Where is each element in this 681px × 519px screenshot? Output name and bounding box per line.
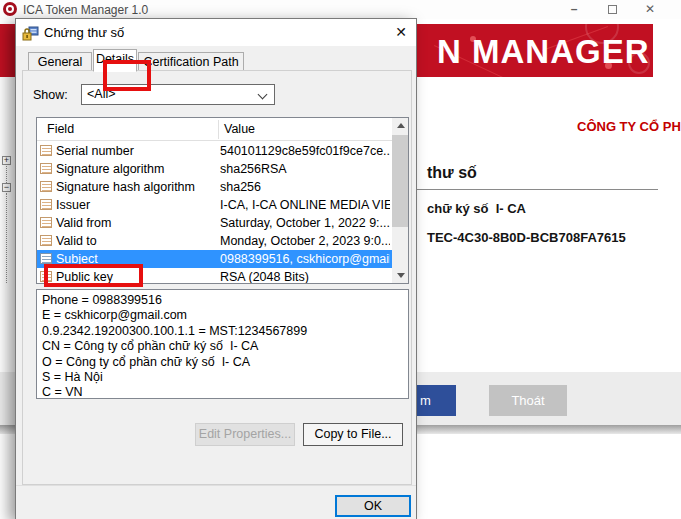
section-separator (417, 189, 658, 190)
field-value: I-CA, I-CA ONLINE MEDIA VIE... (220, 198, 390, 212)
list-scrollbar[interactable] (392, 118, 408, 283)
app-titlebar: ICA Token Manager 1.0 – ✕ (0, 0, 681, 19)
tree-collapse-node[interactable]: − (2, 183, 11, 192)
field-name: Valid to (56, 234, 97, 248)
field-value: 0988399516, cskhicorp@gmail... (220, 252, 390, 266)
copy-to-file-button[interactable]: Copy to File... (303, 423, 403, 446)
column-divider (218, 120, 219, 139)
annotation-box-subject-field (44, 264, 143, 287)
field-value: sha256RSA (220, 162, 390, 176)
maximize-icon (608, 5, 617, 14)
table-row[interactable]: Valid from Saturday, October 1, 2022 9:.… (37, 214, 393, 232)
scroll-up-arrow-icon[interactable] (392, 118, 408, 134)
tab-certification-path[interactable]: Certification Path (138, 52, 244, 71)
certificate-icon (22, 24, 40, 41)
field-icon (40, 199, 52, 210)
field-name: Issuer (56, 198, 90, 212)
table-row[interactable]: Valid to Monday, October 2, 2023 9:0... (37, 232, 393, 250)
column-header-value: Value (224, 122, 255, 136)
field-icon (40, 235, 52, 246)
field-name: Serial number (56, 144, 134, 158)
field-icon (40, 181, 52, 192)
tree-expand-node[interactable]: + (2, 156, 11, 165)
list-header: Field Value (37, 118, 393, 141)
table-row[interactable]: Signature hash algorithm sha256 (37, 178, 393, 196)
scrollbar-thumb[interactable] (392, 135, 408, 227)
annotation-box-details-tab (103, 60, 151, 91)
edit-properties-button: Edit Properties... (195, 423, 295, 446)
field-value: Monday, October 2, 2023 9:0... (220, 234, 390, 248)
subject-details-textbox[interactable]: Phone = 0988399516 E = cskhicorp@gmail.c… (36, 289, 409, 399)
column-header-field: Field (47, 122, 74, 136)
certificate-section-heading: thư số (427, 164, 477, 182)
token-serial-text: TEC-4C30-8B0D-BCB708FA7615 (427, 230, 626, 245)
field-value: RSA (2048 Bits) (220, 270, 390, 284)
window-minimize-button[interactable]: – (566, 2, 582, 17)
field-name: Signature hash algorithm (56, 180, 195, 194)
window-close-button[interactable]: ✕ (642, 2, 658, 17)
tree-connector (6, 166, 7, 183)
field-name: Valid from (56, 216, 111, 230)
table-row[interactable]: Serial number 540101129c8e59fc01f9ce7ce.… (37, 142, 393, 160)
field-value: 540101129c8e59fc01f9ce7ce... (220, 144, 390, 158)
dialog-footer: OK (16, 485, 416, 519)
field-value: Saturday, October 1, 2022 9:... (220, 216, 390, 230)
scroll-down-arrow-icon[interactable] (392, 267, 408, 283)
screen: ICA Token Manager 1.0 – ✕ N MANAGER CÔNG… (0, 0, 681, 519)
ok-button[interactable]: OK (335, 495, 411, 517)
window-maximize-button[interactable] (604, 2, 620, 17)
dialog-title: Chứng thư số (44, 25, 124, 40)
field-icon (40, 145, 52, 156)
field-icon (40, 217, 52, 228)
certificate-name-text: chữ ký số I- CA (427, 201, 526, 216)
chevron-down-icon (258, 90, 268, 100)
certificate-dialog: Chứng thư số ✕ General Details Certifica… (15, 18, 417, 519)
exit-button[interactable]: Thoát (489, 385, 567, 416)
table-row[interactable]: Signature algorithm sha256RSA (37, 160, 393, 178)
app-logo-icon (3, 2, 17, 16)
tab-general[interactable]: General (28, 52, 92, 71)
view-button[interactable]: m (417, 385, 456, 416)
field-name: Signature algorithm (56, 162, 164, 176)
field-value: sha256 (220, 180, 390, 194)
field-icon (40, 163, 52, 174)
table-row[interactable]: Issuer I-CA, I-CA ONLINE MEDIA VIE... (37, 196, 393, 214)
company-name-text: CÔNG TY CỔ PH (577, 119, 681, 134)
dialog-titlebar[interactable]: Chứng thư số ✕ (16, 19, 416, 46)
banner-title: N MANAGER (437, 33, 650, 71)
show-label: Show: (33, 88, 68, 102)
field-icon (40, 253, 52, 264)
certificate-fields-list[interactable]: Field Value Serial number 540101129c8e59… (36, 117, 409, 284)
app-window-title: ICA Token Manager 1.0 (23, 3, 148, 17)
dialog-close-button[interactable]: ✕ (392, 23, 410, 41)
tree-connector (6, 193, 7, 283)
